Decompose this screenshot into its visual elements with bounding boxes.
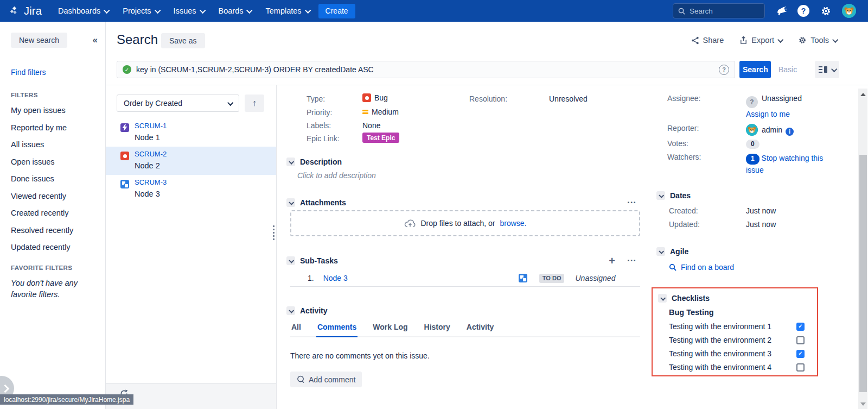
add-subtask-icon[interactable]: + — [609, 258, 615, 263]
sort-direction-button[interactable]: ↑ — [245, 95, 264, 112]
votes-badge[interactable]: 0 — [746, 140, 760, 149]
issue-row-scrum-3[interactable]: SCRUM-3 Node 3 — [106, 175, 276, 203]
scroll-up-arrow[interactable] — [860, 93, 866, 96]
collapse-dates-icon[interactable] — [656, 191, 665, 200]
checkbox[interactable]: ✓ — [796, 323, 805, 331]
order-by-select[interactable]: Order by Created — [117, 95, 239, 112]
subtask-type-icon — [519, 274, 527, 282]
issue-list-pane: Order by Created ↑ SCRUM-1 Node 1 SCRUM-… — [106, 85, 277, 409]
sidebar-item-open-issues[interactable]: Open issues — [11, 158, 105, 166]
checklist-item-1[interactable]: Testing with the environment 1 ✓ — [669, 322, 805, 331]
jql-query-input[interactable]: ✓ key in (SCRUM-1,SCRUM-2,SCRUM-3) ORDER… — [117, 61, 735, 78]
find-on-board-link[interactable]: Find on a board — [681, 263, 734, 272]
sidebar-item-done-issues[interactable]: Done issues — [11, 174, 105, 183]
attachments-title: Attachments — [300, 198, 346, 207]
collapse-subtasks-icon[interactable] — [286, 256, 295, 265]
scrollbar-thumb[interactable] — [859, 155, 867, 392]
issue-meta-pane: Assignee: ?Unassigned Assign to me Repor… — [654, 85, 845, 409]
updated-label: Updated: — [669, 220, 746, 229]
watchers-badge[interactable]: 1 — [746, 154, 760, 165]
issue-row-scrum-1[interactable]: SCRUM-1 Node 1 — [106, 118, 276, 147]
basic-mode-link[interactable]: Basic — [778, 65, 797, 74]
global-search-input[interactable]: Search — [673, 3, 765, 18]
sidebar-item-created-recently[interactable]: Created recently — [11, 209, 105, 217]
collapse-agile-icon[interactable] — [656, 247, 665, 256]
collapse-checklists-icon[interactable] — [658, 294, 667, 303]
attachment-dropzone[interactable]: Drop files to attach, or browse. — [290, 210, 640, 236]
tab-history[interactable]: History — [423, 323, 451, 336]
sidebar-item-my-open-issues[interactable]: My open issues — [11, 106, 105, 115]
tab-work-log[interactable]: Work Log — [372, 323, 409, 336]
checklist-item-4[interactable]: Testing with the environment 4 ✓ — [669, 363, 805, 372]
new-search-button[interactable]: New search — [11, 33, 67, 48]
share-label: Share — [703, 36, 724, 45]
browse-link[interactable]: browse. — [500, 219, 526, 228]
gear-icon[interactable] — [820, 5, 832, 17]
find-on-board[interactable]: Find on a board — [669, 263, 734, 272]
collapse-activity-icon[interactable] — [286, 306, 295, 315]
issue-key: SCRUM-2 — [135, 150, 167, 158]
add-comment-button[interactable]: Add comment — [290, 372, 362, 387]
notifications-megaphone-icon[interactable] — [775, 5, 787, 17]
create-button[interactable]: Create — [318, 4, 355, 18]
pane-resize-handle[interactable] — [273, 224, 275, 242]
search-icon — [678, 8, 685, 15]
user-avatar[interactable] — [842, 4, 856, 18]
menu-boards[interactable]: Boards — [219, 7, 252, 15]
checkbox[interactable]: ✓ — [796, 350, 805, 358]
sidebar-item-updated-recently[interactable]: Updated recently — [11, 243, 105, 251]
menu-projects[interactable]: Projects — [123, 7, 159, 15]
search-button[interactable]: Search — [739, 61, 771, 78]
priority-value: Medium — [362, 108, 399, 116]
save-as-button[interactable]: Save as — [161, 33, 205, 48]
subtasks-more-icon[interactable]: ··· — [627, 258, 636, 263]
sidebar-item-viewed-recently[interactable]: Viewed recently — [11, 192, 105, 200]
view-layout-toggle[interactable] — [815, 61, 839, 78]
checklist-item-3[interactable]: Testing with the environment 3 ✓ — [669, 349, 805, 358]
search-placeholder: Search — [690, 7, 713, 15]
menu-issues[interactable]: Issues — [174, 7, 205, 15]
menu-templates[interactable]: Templates — [265, 7, 309, 15]
subtask-link[interactable]: Node 3 — [323, 274, 348, 282]
collapse-attachments-icon[interactable] — [286, 198, 295, 207]
priority-text: Medium — [372, 108, 399, 116]
epic-link-value[interactable]: Test Epic — [362, 133, 399, 141]
check-icon: ✓ — [798, 351, 802, 356]
subtask-row[interactable]: 1. Node 3 TO DO Unassigned — [290, 270, 640, 287]
unassigned-avatar-icon: ? — [746, 96, 758, 108]
assign-to-me-link[interactable]: Assign to me — [746, 110, 790, 118]
tab-activity[interactable]: Activity — [465, 323, 495, 336]
description-placeholder[interactable]: Click to add description — [297, 171, 376, 180]
checklist-item-2[interactable]: Testing with the environment 2 ✓ — [669, 336, 805, 344]
scroll-down-arrow[interactable] — [860, 402, 866, 406]
query-valid-icon: ✓ — [123, 65, 131, 74]
collapse-description-icon[interactable] — [286, 158, 295, 166]
attachments-more-icon[interactable]: ··· — [627, 200, 636, 205]
sidebar-item-all-issues[interactable]: All issues — [11, 140, 105, 149]
comment-bubble-icon — [297, 375, 305, 383]
checkbox[interactable]: ✓ — [796, 363, 805, 372]
checkbox[interactable]: ✓ — [796, 336, 805, 344]
app-name: Jira — [24, 5, 42, 17]
jira-logo[interactable]: Jira — [9, 5, 42, 17]
tab-comments[interactable]: Comments — [316, 323, 358, 337]
sidebar-item-resolved-recently[interactable]: Resolved recently — [11, 226, 105, 235]
info-icon[interactable]: i — [786, 128, 794, 136]
order-by-label: Order by Created — [124, 99, 182, 108]
issue-summary: Node 2 — [135, 161, 276, 170]
chevron-down-icon — [104, 8, 110, 14]
export-button[interactable]: Export — [739, 36, 782, 45]
find-filters-link[interactable]: Find filters — [11, 68, 105, 77]
query-help-icon[interactable]: ? — [719, 65, 729, 75]
collapse-sidebar-icon[interactable]: « — [93, 35, 98, 46]
menu-dashboards[interactable]: Dashboards — [58, 7, 108, 15]
tools-button[interactable]: Tools — [798, 36, 837, 45]
epic-badge[interactable]: Test Epic — [362, 133, 399, 143]
tab-all[interactable]: All — [290, 323, 302, 336]
issue-row-scrum-2[interactable]: SCRUM-2 Node 2 — [106, 147, 276, 175]
sidebar-item-reported-by-me[interactable]: Reported by me — [11, 123, 105, 132]
bug-type-icon — [362, 93, 371, 102]
share-button[interactable]: Share — [691, 36, 724, 45]
vertical-scrollbar[interactable] — [858, 89, 867, 409]
help-icon[interactable]: ? — [797, 5, 809, 17]
